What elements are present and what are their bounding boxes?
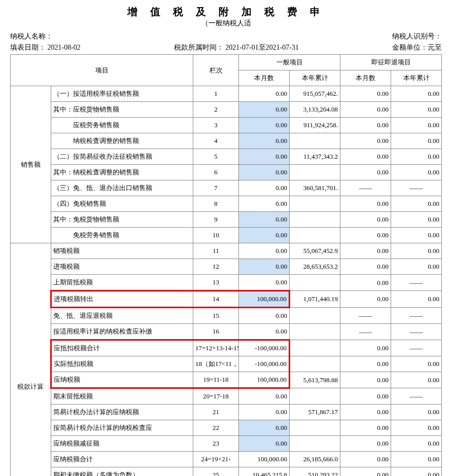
cell-b — [290, 308, 340, 324]
col-num: 23 — [193, 436, 239, 452]
fill-date: 2021-08-02 — [48, 44, 81, 51]
table-row: 上期留抵税额 13 0.00 0.00 —— — [11, 275, 442, 291]
cell-a-input[interactable]: 0.00 — [239, 259, 290, 275]
cell-d: —— — [391, 275, 442, 291]
cell-a-input[interactable]: 0.00 — [239, 436, 290, 452]
item-label: 应纳税额 — [51, 372, 193, 388]
item-label: （三）免、抵、退办法出口销售额 — [51, 180, 193, 196]
cell-d: 0.00 — [391, 118, 442, 133]
cell-c: 0.00 — [340, 340, 391, 356]
cell-b — [290, 165, 340, 180]
cell-c: 0.00 — [340, 118, 391, 133]
item-label: 期初未缴税额（多缴为负数） — [51, 467, 193, 477]
item-label: 简易计税办法计算的应纳税额 — [51, 405, 193, 420]
cell-d: 0.00 — [391, 212, 442, 228]
cell-b: 11,437,343.2 — [290, 149, 340, 165]
col-num: 7 — [193, 180, 239, 196]
cell-a-input[interactable]: 0.00 — [239, 118, 290, 133]
item-label: 应抵扣税额合计 — [51, 340, 193, 356]
col-num: 17=12+13-14-15+16 — [193, 340, 239, 356]
table-row: 其中：免税货物销售额 9 0.00 0.00 0.00 — [11, 212, 442, 228]
table-row-highlight-19: 应纳税额 19=11-18 100,000.00 5,613,798.88 0.… — [11, 372, 442, 388]
table-row-highlight-14: 进项税额转出 14 100,000.00 1,071,440.19 0.00 0… — [11, 291, 442, 308]
cell-d: —— — [391, 180, 442, 196]
cell-b — [290, 133, 340, 149]
cell-c: 0.00 — [340, 420, 391, 436]
col-num: 19=11-18 — [193, 372, 239, 388]
cell-b: 55,067,452.9 — [290, 243, 340, 259]
cell-a: 0.00 — [239, 388, 290, 405]
cell-b — [290, 324, 340, 340]
cell-b — [290, 420, 340, 436]
col-num: 10 — [193, 228, 239, 243]
header-col: 栏次 — [193, 55, 239, 86]
col-num: 20=17-18 — [193, 388, 239, 405]
cell-a-input[interactable]: 100,000.00 — [239, 291, 290, 308]
table-row: 简易计税办法计算的应纳税额 21 0.00 571,867.17 0.00 0.… — [11, 405, 442, 420]
cell-d: 0.00 — [391, 356, 442, 372]
cell-d: 0.00 — [391, 452, 442, 467]
cell-a-input[interactable]: 0.00 — [239, 102, 290, 118]
table-row: 纳税检查调整的销售额 4 0.00 0.00 0.00 — [11, 133, 442, 149]
cell-c: 0.00 — [340, 259, 391, 275]
cell-a: 0.00 — [239, 180, 290, 196]
cell-a: 100,000.00 — [239, 452, 290, 467]
cell-a-input[interactable]: 0.00 — [239, 228, 290, 243]
item-label: 上期留抵税额 — [51, 275, 193, 291]
col-num: 6 — [193, 165, 239, 180]
taxpayer-id-label: 纳税人识别号： — [392, 32, 442, 41]
cell-b: 28,653,653.2 — [290, 259, 340, 275]
fill-date-label: 填表日期： — [10, 44, 46, 51]
cell-a-input[interactable]: 0.00 — [239, 149, 290, 165]
col-num: 15 — [193, 308, 239, 324]
cell-d: —— — [391, 340, 442, 356]
cell-c: 0.00 — [340, 243, 391, 259]
table-row-highlight-18: 实际抵扣税额 18（如17<11，则为17，否则 -100,000.00 0.0… — [11, 356, 442, 372]
cell-b — [290, 212, 340, 228]
table-row: 期末留抵税额 20=17-18 0.00 0.00 —— — [11, 388, 442, 405]
col-num: 12 — [193, 259, 239, 275]
item-label: 实际抵扣税额 — [51, 356, 193, 372]
col-num: 8 — [193, 196, 239, 212]
cell-a-input[interactable]: 0.00 — [239, 165, 290, 180]
cell-b — [290, 356, 340, 372]
item-label: （一）按适用税率征税销售额 — [51, 86, 193, 102]
col-num: 16 — [193, 324, 239, 340]
cell-b: 915,057,462. — [290, 86, 340, 102]
item-label: 期末留抵税额 — [51, 388, 193, 405]
col-num: 22 — [193, 420, 239, 436]
cell-c: 0.00 — [340, 356, 391, 372]
header-general: 一般项目 — [239, 55, 340, 70]
cell-a-input[interactable]: 0.00 — [239, 420, 290, 436]
cell-a: 10,465,215.8 — [239, 467, 290, 477]
cell-b — [290, 196, 340, 212]
cell-b: 510,293.22 — [290, 467, 340, 477]
col-num: 13 — [193, 275, 239, 291]
col-num: 5 — [193, 149, 239, 165]
cell-c: —— — [340, 308, 391, 324]
cell-c: 0.00 — [340, 149, 391, 165]
cell-c: 0.00 — [340, 372, 391, 388]
col-num: 9 — [193, 212, 239, 228]
cell-a-input[interactable]: 0.00 — [239, 212, 290, 228]
category-sales: 销售额 — [11, 86, 51, 243]
cell-b — [290, 275, 340, 291]
cell-a-input[interactable]: 0.00 — [239, 133, 290, 149]
table-row: 应税劳务销售额 3 0.00 911,924,258. 0.00 0.00 — [11, 118, 442, 133]
cell-c: 0.00 — [340, 133, 391, 149]
cell-b: 360,581,701. — [290, 180, 340, 196]
item-label: 按适用税率计算的纳税检查应补缴 — [51, 324, 193, 340]
cell-b: 571,867.17 — [290, 405, 340, 420]
item-label: 应纳税额减征额 — [51, 436, 193, 452]
item-label: 进项税额 — [51, 259, 193, 275]
header-year-g: 本年累计 — [290, 70, 340, 86]
table-row: 按适用税率计算的纳税检查应补缴 16 0.00 —— —— — [11, 324, 442, 340]
unit-label: 金额单位：元至 — [392, 43, 442, 52]
cell-c: —— — [340, 324, 391, 340]
cell-b: 5,613,798.88 — [290, 372, 340, 388]
cell-d: 0.00 — [391, 436, 442, 452]
table-row: 按简易计税办法计算的纳税检查应 22 0.00 0.00 0.00 — [11, 420, 442, 436]
table-row: 期初未缴税额（多缴为负数） 25 10,465,215.8 510,293.22… — [11, 467, 442, 477]
table-row: （二）按简易征收办法征税销售额 5 0.00 11,437,343.2 0.00… — [11, 149, 442, 165]
cell-b — [290, 388, 340, 405]
